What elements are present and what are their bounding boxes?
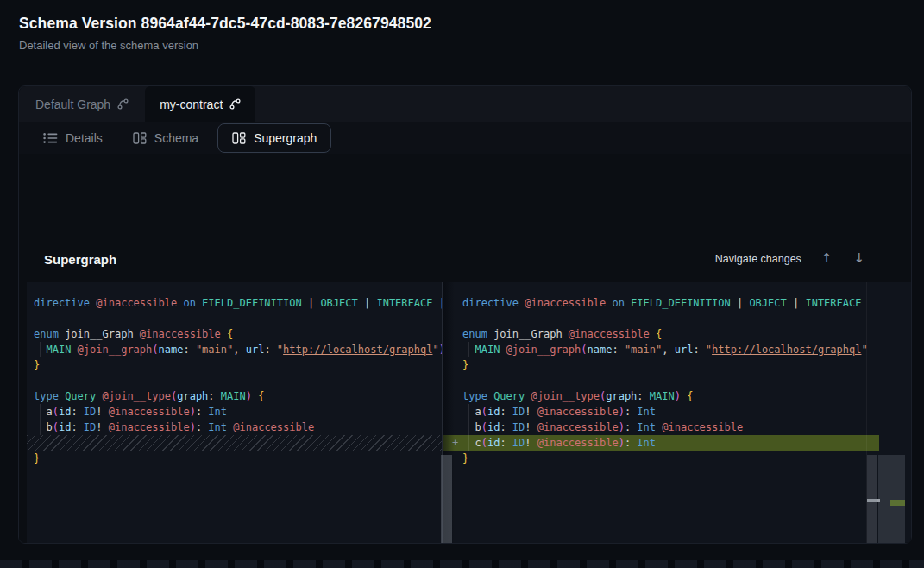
indent-guide (40, 342, 41, 357)
code-token-b2: ( (53, 406, 59, 418)
page-subtitle: Detailed view of the schema version (19, 39, 198, 52)
code-token-pl (71, 344, 77, 356)
code-token-ty: FIELD_DEFINITION (631, 297, 731, 309)
navigate-down-button[interactable]: ↓ (852, 250, 866, 267)
code-token-pr: graph (606, 390, 637, 402)
code-token-at: @inaccessible (537, 421, 619, 433)
code-token-pl: | (358, 297, 377, 309)
code-token-pl: : (71, 421, 83, 433)
indent-guide (468, 342, 469, 357)
code-line (27, 311, 443, 326)
code-token-b2: ) (619, 406, 625, 418)
code-token-st: "main" (196, 344, 233, 356)
code-line (443, 311, 867, 326)
code-line: } (443, 357, 867, 373)
code-token-pl (96, 390, 102, 402)
code-line (27, 373, 443, 388)
code-token-kw: type (462, 390, 487, 402)
indent-guide (40, 420, 41, 435)
code-token-b2: ) (190, 421, 196, 433)
list-icon (43, 132, 58, 144)
content-area: Supergraph Navigate changes ↑ ↓ directiv… (19, 154, 911, 543)
code-token-ty: INTERFACE (376, 297, 432, 309)
code-token-pl: : (612, 344, 624, 356)
tab-bar: Default Graph my-contract (19, 86, 911, 122)
code-token-at: @inaccessible (233, 421, 314, 433)
right-scrollbar[interactable] (867, 455, 877, 544)
code-token-ty: MAIN (221, 390, 246, 402)
subtab-schema[interactable]: Schema (122, 123, 210, 153)
code-token-pl: : (196, 421, 208, 433)
code-token-pl: : (500, 437, 512, 449)
code-token-pl: : (71, 406, 83, 418)
tab-default-graph[interactable]: Default Graph (19, 86, 145, 122)
indent-guide (468, 420, 469, 435)
code-token-b2: ( (481, 437, 487, 449)
code-token-at: @join__graph (506, 344, 581, 356)
code-line: type Query @join__type(graph: MAIN) { (27, 388, 443, 404)
tab-my-contract[interactable]: my-contract (145, 86, 255, 122)
code-token-pl: : (183, 344, 195, 356)
code-line: a(id: ID! @inaccessible): Int (443, 404, 867, 420)
code-token-pl: : (693, 344, 705, 356)
code-line: MAIN @join__graph(name: "main", url: "ht… (27, 342, 443, 357)
navigate-changes-label: Navigate changes (715, 253, 801, 265)
code-token-ty: INTERFACE (805, 297, 861, 309)
code-token-ty: MAIN (46, 344, 71, 356)
code-token-b2: ) (619, 437, 625, 449)
code-token-pl (525, 390, 531, 402)
diff-pane-right[interactable]: + directive @inaccessible on FIELD_DEFIN… (443, 282, 867, 544)
code-token-pl: join__Graph (487, 328, 569, 340)
code-token-pr: id (487, 437, 500, 449)
code-token-pl: : (500, 406, 512, 418)
code-token-b1: { (656, 328, 662, 340)
code-line: } (27, 451, 443, 466)
indent-guide (468, 435, 469, 451)
code-token-ty: Query (493, 390, 525, 402)
bottom-dashed-divider (0, 560, 924, 568)
code-token-pl: c (462, 437, 481, 449)
subtab-supergraph[interactable]: Supergraph (217, 123, 331, 153)
code-token-pl: | (731, 297, 750, 309)
code-token-at: @inaccessible (662, 421, 743, 433)
schema-version-card: Default Graph my-contract (18, 85, 912, 544)
code-token-pl: ! (525, 437, 537, 449)
code-line: enum join__Graph @inaccessible { (27, 326, 443, 342)
code-token-kw: ID (512, 406, 525, 418)
code-token-st: "main" (625, 344, 662, 356)
subtab-details[interactable]: Details (32, 123, 114, 153)
code-token-kw: Int (208, 421, 227, 433)
code-token-kw: on (183, 297, 195, 309)
code-token-b2: ) (190, 406, 196, 418)
code-token-lk: http://localhost/graphql (712, 344, 861, 356)
columns-icon (232, 132, 246, 144)
diff-editor: directive @inaccessible on FIELD_DEFINIT… (27, 282, 912, 544)
code-token-b1: } (34, 452, 40, 464)
code-token-at: @inaccessible (140, 328, 221, 340)
code-token-b1: { (687, 390, 693, 402)
code-token-b2: ( (481, 406, 487, 418)
code-token-b2: ( (53, 421, 59, 433)
diff-pane-left[interactable]: directive @inaccessible on FIELD_DEFINIT… (27, 282, 443, 544)
code-token-at: @join__graph (78, 344, 153, 356)
code-token-pr: id (59, 406, 71, 418)
code-token-pl: : (264, 344, 276, 356)
code-token-pr: id (59, 421, 71, 433)
code-token-lk: http://localhost/graphql (283, 344, 432, 356)
code-token-pl: : (196, 406, 208, 418)
code-token-kw: Int (637, 421, 656, 433)
code-token-pr: name (588, 344, 613, 356)
arrow-up-icon: ↑ (821, 250, 833, 266)
indent-guide (468, 404, 469, 420)
code-token-b1: { (258, 390, 264, 402)
columns-icon (133, 132, 147, 144)
variant-icon (229, 98, 241, 110)
code-token-at: @join__type (531, 390, 600, 402)
left-scrollbar[interactable] (441, 455, 452, 544)
code-token-pl: b (34, 421, 53, 433)
code-token-kw: ID (84, 421, 96, 433)
code-token-kw: type (34, 390, 59, 402)
code-token-pl: : (625, 421, 637, 433)
overview-mark-added (890, 500, 905, 506)
navigate-up-button[interactable]: ↑ (820, 250, 834, 267)
